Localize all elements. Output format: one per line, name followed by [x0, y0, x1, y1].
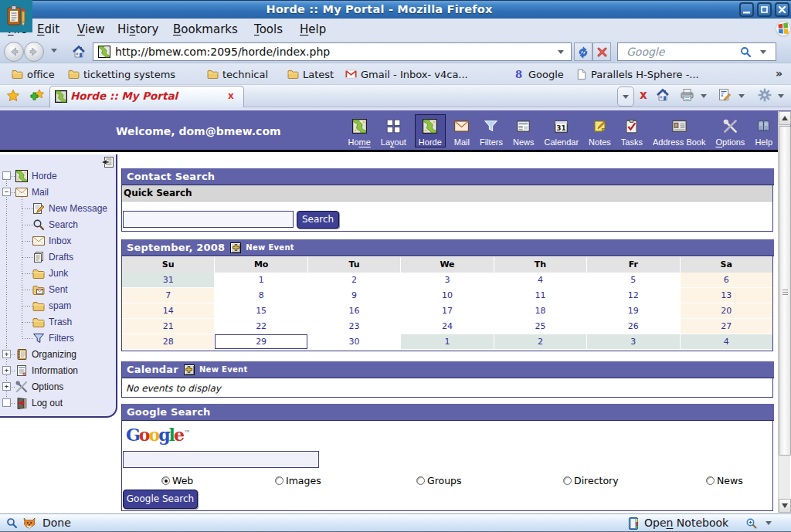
scroll-down-button[interactable]: [779, 499, 791, 513]
calendar-day[interactable]: 28: [122, 334, 215, 350]
gear-icon[interactable]: [758, 88, 772, 102]
print-icon[interactable]: [680, 88, 694, 102]
contact-search-button[interactable]: Search: [297, 211, 339, 229]
calendar-day[interactable]: 13: [681, 288, 772, 303]
sidebar-item-information[interactable]: Information: [15, 363, 78, 378]
horde-nav-address-book[interactable]: Address Book: [651, 114, 707, 147]
bookmark-technical[interactable]: technical: [207, 67, 268, 81]
close-tab-button[interactable]: x: [640, 88, 647, 102]
radio-web[interactable]: Web: [161, 475, 193, 486]
calendar-day[interactable]: 2: [308, 273, 401, 288]
calendar-day[interactable]: 26: [587, 319, 680, 334]
calendar-day[interactable]: 2: [494, 334, 587, 350]
calendar-day[interactable]: 25: [494, 319, 587, 334]
calendar-day[interactable]: 22: [215, 319, 307, 334]
bookmark-star-icon[interactable]: [6, 89, 20, 103]
new-event-icon[interactable]: [230, 242, 241, 253]
radio-directory[interactable]: Directory: [563, 475, 619, 486]
sidebar-item-sent[interactable]: Sent: [32, 282, 68, 297]
sidebar-item-organizing[interactable]: Organizing: [15, 347, 76, 362]
calendar-day[interactable]: 8: [215, 288, 307, 303]
notebook-icon[interactable]: [626, 517, 640, 530]
calendar-day[interactable]: 16: [308, 303, 401, 319]
calendar-day[interactable]: 20: [681, 303, 772, 319]
sidebar-item-spam[interactable]: spam: [32, 298, 71, 313]
menu-tools[interactable]: Tools: [254, 22, 283, 36]
horde-nav-help[interactable]: Help: [753, 114, 774, 147]
tree-expander-plus[interactable]: +: [2, 350, 11, 358]
calendar-day[interactable]: 14: [122, 303, 215, 319]
radio-images[interactable]: Images: [275, 475, 321, 486]
fox-icon[interactable]: [22, 517, 36, 530]
calendar-day[interactable]: 4: [494, 273, 587, 288]
sidebar-item-inbox[interactable]: Inbox: [32, 233, 71, 249]
horde-nav-layout[interactable]: Layout: [379, 114, 408, 147]
maximize-button[interactable]: [757, 2, 772, 17]
calendar-day[interactable]: 31: [122, 273, 215, 288]
all-tabs-dropdown-button[interactable]: [617, 86, 634, 107]
print-dropdown[interactable]: [701, 94, 707, 98]
calendar-day[interactable]: 1: [215, 273, 307, 288]
back-button[interactable]: [4, 42, 24, 62]
google-search-button[interactable]: Google Search: [123, 490, 198, 509]
statusbar-dropdown[interactable]: [766, 521, 772, 525]
contact-search-input[interactable]: [123, 211, 294, 228]
radio-circle[interactable]: [563, 476, 572, 485]
menu-bookmarks[interactable]: Bookmarks: [173, 22, 238, 36]
horde-nav-horde[interactable]: Horde: [415, 114, 446, 147]
calendar-day[interactable]: 23: [308, 319, 401, 334]
search-box[interactable]: Google: [617, 42, 776, 61]
calendar-day[interactable]: 19: [587, 303, 680, 319]
calendar-day[interactable]: 3: [401, 273, 494, 288]
sidebar-item-drafts[interactable]: Drafts: [32, 249, 73, 265]
calendar-day[interactable]: 5: [587, 273, 680, 288]
radio-circle[interactable]: [275, 476, 283, 485]
gear-dropdown[interactable]: [778, 94, 784, 98]
bookmark-parallels-h-sphere[interactable]: Parallels H-Sphere -...: [575, 67, 699, 81]
tab-title[interactable]: Horde :: My Portal: [70, 90, 178, 102]
radio-news[interactable]: News: [706, 475, 743, 486]
calendar-day[interactable]: 11: [494, 288, 587, 303]
menu-edit[interactable]: Edit: [37, 22, 59, 36]
close-button[interactable]: [775, 2, 789, 17]
calendar-day[interactable]: 24: [401, 319, 494, 334]
calendar-day-today[interactable]: 29: [215, 334, 307, 350]
tab-close-icon[interactable]: x: [228, 90, 234, 101]
url-text[interactable]: http://bmew.com:2095/horde/index.php: [115, 46, 330, 58]
new-event-label[interactable]: New Event: [199, 365, 248, 374]
sidebar-item-junk[interactable]: Junk: [32, 266, 68, 281]
bookmark-gmail-inbox-v4ca[interactable]: Gmail - Inbox- v4ca...: [345, 67, 468, 81]
google-search-input[interactable]: [123, 451, 319, 468]
radio-circle[interactable]: [161, 476, 170, 485]
new-event-label[interactable]: New Event: [246, 243, 294, 252]
horde-nav-mail[interactable]: Mail: [453, 114, 471, 147]
bookmarks-overflow-chevron[interactable]: »: [776, 67, 783, 80]
page-edit-dropdown[interactable]: [738, 94, 745, 98]
statusbar-magnifier-icon[interactable]: [6, 517, 18, 529]
tree-expander-plus[interactable]: +: [2, 382, 11, 391]
page-edit-icon[interactable]: [718, 88, 732, 102]
calendar-day[interactable]: 10: [401, 288, 494, 303]
radio-groups[interactable]: Groups: [416, 475, 462, 486]
stop-button[interactable]: [592, 42, 611, 61]
minimize-button[interactable]: [739, 2, 754, 17]
windows-logo-icon[interactable]: [776, 22, 790, 36]
reload-button[interactable]: [574, 42, 592, 61]
calendar-day[interactable]: 17: [401, 303, 494, 319]
horde-nav-news[interactable]: News: [511, 114, 536, 147]
tree-expander-plus[interactable]: +: [2, 366, 11, 374]
sidebar-item-trash[interactable]: Trash: [32, 314, 72, 330]
tabbar-home-icon[interactable]: [656, 88, 670, 102]
horde-nav-tasks[interactable]: Tasks: [620, 114, 644, 147]
calendar-day[interactable]: 30: [308, 334, 401, 350]
sidebar-collapse-icon[interactable]: [101, 157, 114, 168]
page-scrollbar[interactable]: [778, 111, 790, 513]
tree-expander-minus[interactable]: −: [2, 188, 11, 196]
radio-circle[interactable]: [706, 476, 715, 485]
zoom-icon[interactable]: [745, 517, 758, 530]
search-magnifier-icon[interactable]: [740, 46, 752, 58]
calendar-day[interactable]: 27: [681, 319, 772, 334]
sidebar-item-log-out[interactable]: Log out: [15, 395, 63, 411]
forward-history-dropdown[interactable]: [51, 49, 57, 53]
calendar-day[interactable]: 1: [401, 334, 494, 350]
